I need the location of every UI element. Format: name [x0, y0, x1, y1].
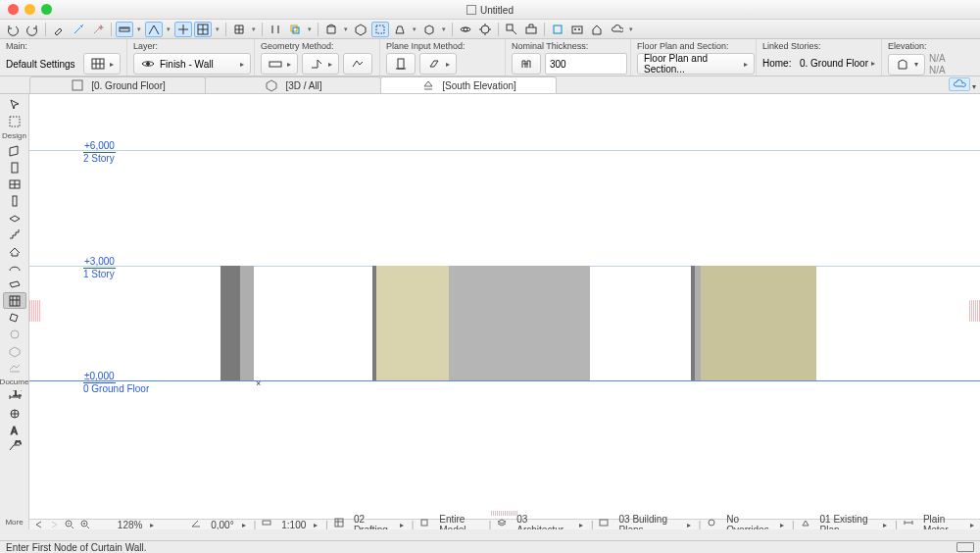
- dim-value[interactable]: Plain Meter: [923, 514, 962, 529]
- geometry-flat-button[interactable]: ▸: [261, 53, 298, 75]
- thickness-input[interactable]: [545, 53, 627, 75]
- shell-tool[interactable]: [3, 259, 26, 276]
- geometry-chain-button[interactable]: [343, 53, 372, 75]
- open-view-button[interactable]: [322, 22, 340, 37]
- perspective-button[interactable]: [391, 22, 409, 37]
- home-story-value[interactable]: 0. Ground Floor: [800, 58, 868, 69]
- angle-value[interactable]: 0,00°: [211, 520, 233, 530]
- nav-fwd-button[interactable]: [49, 520, 59, 529]
- zone-tool[interactable]: [3, 342, 26, 359]
- more-category[interactable]: More: [5, 518, 23, 527]
- scale-value[interactable]: 1:100: [281, 520, 306, 530]
- teamwork-button[interactable]: [568, 22, 586, 37]
- floorplan-button[interactable]: Floor Plan and Section...▸: [637, 53, 755, 75]
- curtain-wall-tool[interactable]: [3, 292, 26, 309]
- default-settings-button[interactable]: Default Settings: [6, 59, 75, 70]
- zoom-out-button[interactable]: [65, 520, 74, 529]
- view-3d-button[interactable]: [352, 22, 369, 37]
- panel-handle-bottom[interactable]: [491, 511, 518, 516]
- tabs-overflow[interactable]: ▾: [949, 77, 976, 91]
- filter-value[interactable]: Entire Model: [439, 514, 482, 529]
- home-button[interactable]: [588, 22, 606, 37]
- magic-wand-button[interactable]: [89, 22, 107, 37]
- object-tool[interactable]: [3, 326, 26, 342]
- beam-tool[interactable]: [3, 276, 26, 292]
- panel-handle-right[interactable]: [969, 300, 980, 322]
- ruler-button[interactable]: [116, 22, 133, 37]
- undo-button[interactable]: [4, 22, 22, 37]
- zoom-window-button[interactable]: [41, 4, 52, 15]
- tab-3d[interactable]: [3D / All]: [205, 76, 381, 93]
- snap-guide-button[interactable]: [174, 22, 192, 37]
- nav-back-button[interactable]: [33, 520, 43, 529]
- text-tool[interactable]: A: [3, 422, 26, 438]
- arrow-tool[interactable]: [3, 96, 26, 113]
- toolbox: Design Docume 1.2 A A1 More: [0, 94, 29, 529]
- curtain-wall-icon: [90, 56, 106, 72]
- cloud-button[interactable]: [608, 22, 625, 37]
- wall-segment: [701, 266, 816, 380]
- svg-rect-17: [398, 59, 404, 69]
- syringe-button[interactable]: [70, 22, 87, 37]
- window-tool[interactable]: [3, 176, 26, 192]
- stair-tool[interactable]: [3, 226, 26, 242]
- dropdown-icon[interactable]: ▾: [214, 25, 221, 33]
- dropdown-icon[interactable]: ▾: [250, 25, 258, 33]
- dropdown-icon[interactable]: ▾: [306, 25, 314, 33]
- surface-button[interactable]: [194, 22, 212, 37]
- axo-button[interactable]: [420, 22, 438, 37]
- dropdown-icon[interactable]: ▾: [135, 25, 143, 33]
- show-all-button[interactable]: [549, 22, 566, 37]
- slab-tool[interactable]: [3, 209, 26, 226]
- level-tool[interactable]: [3, 405, 26, 422]
- plane-slanted-button[interactable]: ▸: [419, 53, 457, 75]
- edit-element-button[interactable]: [522, 22, 540, 37]
- mesh-tool[interactable]: [3, 359, 26, 376]
- svg-rect-31: [263, 521, 270, 525]
- wall-tool[interactable]: [3, 142, 26, 159]
- close-window-button[interactable]: [8, 4, 19, 15]
- panel-handle-left[interactable]: [29, 300, 40, 322]
- tab-south-elevation[interactable]: [South Elevation]: [380, 76, 557, 93]
- status-panel-button[interactable]: [956, 542, 974, 552]
- elevation-icon-button[interactable]: ▾: [888, 54, 925, 75]
- orbit-button[interactable]: [457, 22, 474, 37]
- dropdown-icon[interactable]: ▾: [627, 25, 635, 33]
- redo-button[interactable]: [24, 22, 41, 37]
- dimension-tool[interactable]: 1.2: [3, 388, 26, 405]
- dropdown-icon[interactable]: ▾: [342, 25, 350, 33]
- tab-ground-floor[interactable]: [0. Ground Floor]: [29, 76, 206, 93]
- reno-value[interactable]: 01 Existing Plan: [820, 514, 876, 529]
- layer-combo-value[interactable]: 03 Architectur...: [516, 514, 571, 529]
- override-value[interactable]: No Overrides: [726, 514, 772, 529]
- pen-set-value[interactable]: 02 Drafting: [354, 514, 392, 529]
- edit-selection-button[interactable]: [503, 22, 520, 37]
- marquee-button[interactable]: [371, 22, 389, 37]
- explore-button[interactable]: [476, 22, 494, 37]
- column-tool[interactable]: [3, 192, 26, 209]
- dropdown-icon[interactable]: ▾: [411, 25, 418, 33]
- suspend-button[interactable]: [267, 22, 284, 37]
- geometry-extrude-button[interactable]: ▸: [302, 53, 339, 75]
- label-tool[interactable]: A1: [3, 438, 26, 455]
- mvo-value[interactable]: 03 Building Plans: [618, 514, 678, 529]
- door-tool[interactable]: [3, 159, 26, 176]
- plane-vertical-button[interactable]: [386, 53, 416, 75]
- roof-tool[interactable]: [3, 242, 26, 259]
- layer-select[interactable]: Finish - Wall ▸: [133, 53, 251, 75]
- element-icon-button[interactable]: ▸: [83, 53, 121, 75]
- thickness-icon-button[interactable]: [512, 53, 541, 75]
- measure-button[interactable]: [145, 22, 163, 37]
- eyedropper-button[interactable]: [50, 22, 68, 37]
- canvas[interactable]: +6,0002 Story +3,0001 Story ±0,0000 Grou…: [29, 94, 980, 529]
- trace-button[interactable]: [286, 22, 304, 37]
- dropdown-icon[interactable]: ▾: [440, 25, 448, 33]
- grid-button[interactable]: [230, 22, 248, 37]
- zoom-in-button[interactable]: [80, 520, 90, 529]
- morph-tool[interactable]: [3, 309, 26, 326]
- story-2-label: +6,0002 Story: [83, 140, 116, 165]
- minimize-window-button[interactable]: [24, 4, 35, 15]
- dropdown-icon[interactable]: ▾: [165, 25, 172, 33]
- marquee-tool[interactable]: [3, 113, 26, 129]
- zoom-value[interactable]: 128%: [118, 520, 143, 530]
